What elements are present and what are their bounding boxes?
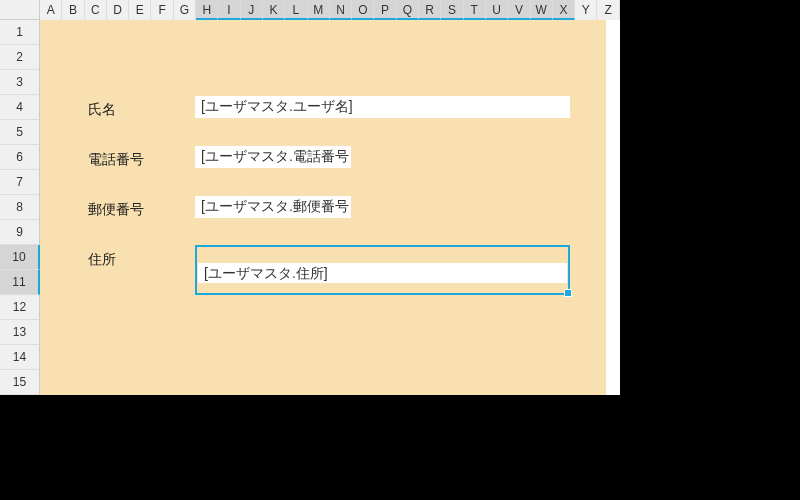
row-header-2[interactable]: 2	[0, 45, 40, 70]
column-headers: ABCDEFGHIJKLMNOPQRSTUVWXYZ	[0, 0, 620, 20]
label-phone: 電話番号	[84, 148, 148, 172]
col-header-Y[interactable]: Y	[575, 0, 597, 20]
col-header-N[interactable]: N	[330, 0, 352, 20]
col-header-P[interactable]: P	[374, 0, 396, 20]
col-header-U[interactable]: U	[486, 0, 508, 20]
grid-area[interactable]: 氏名 電話番号 郵便番号 住所 [ユーザマスタ.ユーザ名] [ユーザマスタ.電話…	[40, 20, 620, 395]
row-header-9[interactable]: 9	[0, 220, 40, 245]
row-header-3[interactable]: 3	[0, 70, 40, 95]
col-header-L[interactable]: L	[285, 0, 307, 20]
row-header-11[interactable]: 11	[0, 270, 40, 295]
col-header-J[interactable]: J	[241, 0, 263, 20]
row-header-15[interactable]: 15	[0, 370, 40, 395]
row-header-6[interactable]: 6	[0, 145, 40, 170]
label-address: 住所	[84, 248, 120, 272]
row-header-10[interactable]: 10	[0, 245, 40, 270]
row-header-5[interactable]: 5	[0, 120, 40, 145]
col-header-E[interactable]: E	[129, 0, 151, 20]
row-header-4[interactable]: 4	[0, 95, 40, 120]
col-header-Z[interactable]: Z	[597, 0, 619, 20]
col-header-W[interactable]: W	[531, 0, 553, 20]
spreadsheet: ABCDEFGHIJKLMNOPQRSTUVWXYZ 1234567891011…	[0, 0, 620, 395]
row-header-13[interactable]: 13	[0, 320, 40, 345]
col-header-V[interactable]: V	[508, 0, 530, 20]
select-all-corner[interactable]	[0, 0, 40, 20]
col-header-X[interactable]: X	[553, 0, 575, 20]
row-headers: 123456789101112131415	[0, 20, 40, 395]
col-header-T[interactable]: T	[464, 0, 486, 20]
col-header-B[interactable]: B	[62, 0, 84, 20]
col-header-I[interactable]: I	[218, 0, 240, 20]
col-header-Q[interactable]: Q	[397, 0, 419, 20]
col-header-G[interactable]: G	[174, 0, 196, 20]
col-header-D[interactable]: D	[107, 0, 129, 20]
field-postal[interactable]: [ユーザマスタ.郵便番号	[195, 196, 351, 218]
col-header-R[interactable]: R	[419, 0, 441, 20]
row-header-12[interactable]: 12	[0, 295, 40, 320]
col-header-S[interactable]: S	[441, 0, 463, 20]
field-phone[interactable]: [ユーザマスタ.電話番号	[195, 146, 351, 168]
col-header-C[interactable]: C	[85, 0, 107, 20]
field-address[interactable]: [ユーザマスタ.住所]	[198, 263, 567, 283]
label-name: 氏名	[84, 98, 120, 122]
row-header-1[interactable]: 1	[0, 20, 40, 45]
row-header-8[interactable]: 8	[0, 195, 40, 220]
row-header-14[interactable]: 14	[0, 345, 40, 370]
col-header-H[interactable]: H	[196, 0, 218, 20]
col-header-A[interactable]: A	[40, 0, 62, 20]
col-header-K[interactable]: K	[263, 0, 285, 20]
col-header-F[interactable]: F	[151, 0, 173, 20]
field-name[interactable]: [ユーザマスタ.ユーザ名]	[195, 96, 570, 118]
col-header-O[interactable]: O	[352, 0, 374, 20]
label-postal: 郵便番号	[84, 198, 148, 222]
col-header-M[interactable]: M	[308, 0, 330, 20]
row-header-7[interactable]: 7	[0, 170, 40, 195]
